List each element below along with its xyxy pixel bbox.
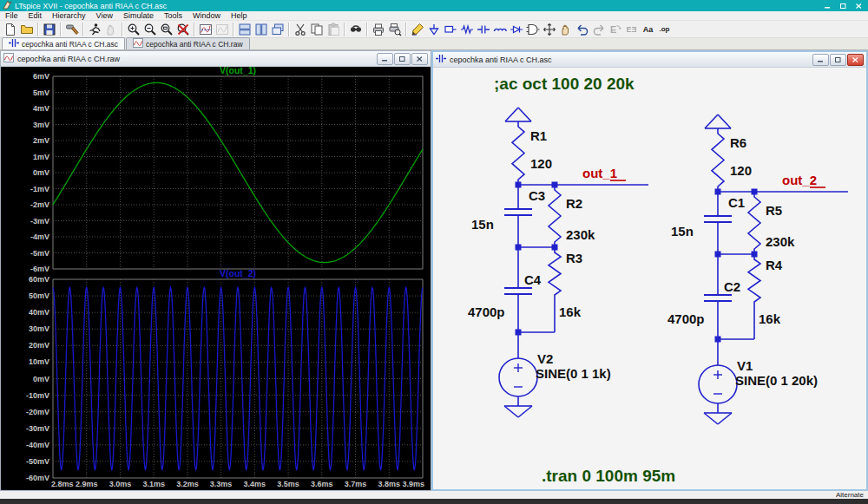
print-preview-icon[interactable] — [386, 22, 403, 37]
y-tick-label: 20mV — [29, 341, 49, 350]
resistor-symbol[interactable] — [549, 185, 561, 247]
text-icon[interactable]: Aa — [640, 22, 656, 37]
y-tick-label: 1mV — [33, 153, 49, 161]
waveform-window[interactable]: cepochka anti RIAA c CH.raw V(out_1)6mV5… — [0, 50, 431, 491]
cascade-icon[interactable] — [269, 22, 286, 37]
resistor-symbol[interactable] — [512, 121, 524, 185]
autorange-icon — [214, 22, 230, 37]
menu-simulate[interactable]: Simulate — [118, 11, 159, 20]
maximize-button[interactable] — [830, 54, 846, 66]
y-tick-label: -10mV — [26, 391, 49, 400]
wire — [718, 413, 732, 424]
menu-hierarchy[interactable]: Hierarchy — [47, 11, 91, 20]
copy-icon[interactable] — [308, 22, 325, 37]
minimize-button[interactable] — [820, 2, 834, 10]
y-tick-label: 6mV — [33, 72, 49, 81]
title-bar[interactable]: LTspice XVII - cepochka anti RIAA c CH.a… — [0, 0, 868, 11]
run-icon[interactable] — [86, 22, 102, 37]
open-icon[interactable] — [18, 22, 35, 37]
resistor-symbol[interactable] — [549, 247, 561, 300]
menu-window[interactable]: Window — [187, 11, 226, 20]
waveform-window-title: cepochka anti RIAA c CH.raw — [17, 55, 120, 63]
plot-settings-icon[interactable] — [197, 22, 214, 37]
menu-edit[interactable]: Edit — [23, 11, 48, 20]
save-icon[interactable] — [41, 22, 57, 37]
plot-pane-1[interactable]: V(out_1)6mV5mV4mV3mV2mV1mV0mV-1mV-2mV-3m… — [30, 67, 423, 273]
tab-2[interactable]: cepochka anti RIAA c CH.raw — [126, 37, 250, 49]
menu-tools[interactable]: Tools — [159, 11, 187, 20]
cut-icon[interactable] — [292, 22, 308, 37]
component-icon[interactable] — [524, 22, 541, 37]
schematic-window-titlebar[interactable]: cepochka anti RIAA c CH.asc — [433, 52, 866, 68]
net-label-out_2: out_2 — [782, 173, 817, 187]
schematic-drawing[interactable]: ;ac oct 100 20 20k.tran 0 100m 95mR1120o… — [433, 68, 866, 489]
tile-vertical-icon[interactable] — [236, 22, 253, 37]
status-mode-label: Alternate — [836, 491, 864, 499]
capacitor-icon[interactable] — [475, 22, 491, 37]
resistor-icon[interactable] — [458, 22, 475, 37]
waveform-plot-area[interactable]: V(out_1)6mV5mV4mV3mV2mV1mV0mV-1mV-2mV-3m… — [1, 67, 431, 490]
component-label: C3 — [529, 188, 545, 203]
component-label: 16k — [559, 304, 582, 319]
y-tick-label: 50mV — [29, 291, 49, 300]
tab-1[interactable]: cepochka anti RIAA c CH.asc — [2, 37, 125, 49]
print-icon[interactable] — [370, 22, 386, 37]
move-icon[interactable] — [541, 22, 557, 37]
wire-icon[interactable] — [409, 22, 425, 37]
y-tick-label: 2mV — [33, 136, 49, 145]
menu-help[interactable]: Help — [226, 11, 253, 20]
y-tick-label: -4mV — [30, 232, 49, 241]
resistor-symbol[interactable] — [748, 192, 760, 254]
mdi-area: cepochka anti RIAA c CH.raw V(out_1)6mV5… — [0, 50, 868, 491]
waveform-window-titlebar[interactable]: cepochka anti RIAA c CH.raw — [1, 51, 431, 67]
x-tick-label: 3.4ms — [244, 480, 266, 488]
component-label: R2 — [566, 196, 582, 211]
tile-horizontal-icon[interactable] — [253, 22, 269, 37]
x-tick-label: 3.2ms — [176, 480, 199, 488]
inductor-icon[interactable] — [491, 22, 508, 37]
drag-icon[interactable] — [557, 22, 574, 37]
spice-directive-icon[interactable]: .op — [656, 22, 673, 37]
control-panel-icon[interactable] — [63, 22, 80, 37]
minimize-button[interactable] — [812, 54, 829, 66]
x-tick-label: 3.7ms — [345, 480, 367, 488]
component-label: R6 — [730, 135, 746, 150]
ground-icon[interactable] — [425, 22, 442, 37]
zoom-clear-icon[interactable] — [174, 22, 191, 37]
diode-icon[interactable] — [508, 22, 524, 37]
wire — [704, 413, 718, 424]
y-tick-label: -40mV — [26, 441, 49, 449]
plot-title: V(out_2) — [220, 268, 256, 278]
net-label-icon[interactable] — [442, 22, 458, 37]
toolbar-separator — [405, 23, 406, 36]
paste-icon — [325, 22, 341, 37]
new-schematic-icon[interactable] — [2, 22, 18, 37]
schematic-window[interactable]: cepochka anti RIAA c CH.asc ;ac oct 100 … — [431, 50, 868, 491]
waveform-plots[interactable]: V(out_1)6mV5mV4mV3mV2mV1mV0mV-1mV-2mV-3m… — [1, 67, 431, 490]
menu-file[interactable]: File — [0, 11, 23, 20]
close-button[interactable] — [852, 2, 865, 10]
zoom-fit-icon[interactable] — [158, 22, 174, 37]
halt-icon — [102, 22, 119, 37]
y-tick-label: -3mV — [30, 217, 49, 226]
menu-view[interactable]: View — [91, 11, 118, 20]
maximize-button[interactable] — [836, 2, 850, 10]
plot-pane-2[interactable]: V(out_2)60mV50mV40mV30mV20mV10mV0mV-10mV… — [26, 268, 423, 482]
close-button[interactable] — [847, 54, 864, 66]
y-tick-label: -1mV — [30, 185, 49, 193]
y-tick-label: 40mV — [29, 308, 49, 317]
bottom-strip — [0, 499, 868, 504]
maximize-button[interactable] — [394, 53, 411, 65]
resistor-symbol[interactable] — [748, 254, 760, 307]
zoom-in-icon[interactable] — [125, 22, 141, 37]
find-icon[interactable] — [347, 22, 364, 37]
schematic-canvas[interactable]: ;ac oct 100 20 20k.tran 0 100m 95mR1120o… — [433, 68, 866, 489]
spice-directive-tran: .tran 0 100m 95m — [542, 467, 675, 485]
zoom-out-icon[interactable] — [141, 22, 158, 37]
close-button[interactable] — [411, 53, 428, 65]
resistor-symbol[interactable] — [712, 128, 724, 192]
x-tick-label: 3.5ms — [277, 480, 299, 488]
undo-icon[interactable] — [574, 22, 590, 37]
waveform-window-controls — [377, 53, 428, 65]
minimize-button[interactable] — [377, 53, 393, 65]
